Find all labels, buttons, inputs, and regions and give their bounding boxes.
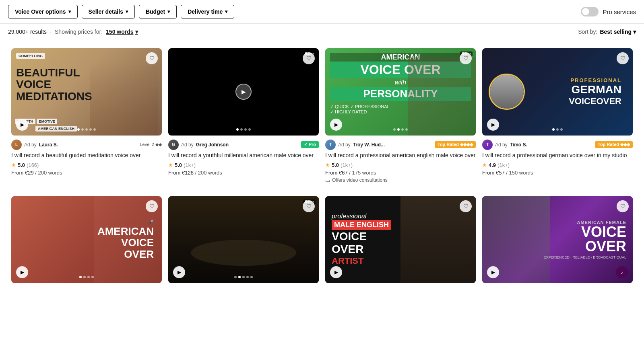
ad-by-label: Ad by (181, 142, 194, 148)
budget-filter[interactable]: Budget ▾ (139, 5, 177, 18)
avatar: G (168, 140, 179, 150)
rating-value: 4.9 (489, 162, 496, 168)
video-consultation: ▭ Offers video consultations (325, 177, 476, 183)
filter-bar: Voice Over options ▾ Seller details ▾ Bu… (0, 0, 644, 24)
card-thumbnail[interactable]: ▶ ♡ fiverr (168, 48, 319, 136)
card-price: From €29 / 200 words (11, 170, 162, 176)
favorite-button[interactable]: ♡ (460, 200, 472, 212)
favorite-button[interactable]: ♡ (303, 200, 315, 212)
list-item: ▶ ♡ fiverr G Ad by Greg Johnson ✓ Pro I … (165, 48, 322, 183)
card-meta: T Ad by Troy W. Hud... Top Rated ◆◆◆◆ (325, 140, 476, 150)
list-item: AMERICAN FEMALE VOICE OVER EXPERIENCED ·… (479, 196, 636, 288)
chevron-down-icon: ▾ (126, 9, 128, 14)
top-rated-badge: Top Rated ◆◆◆ (595, 141, 633, 148)
list-item: fiverr ▶ ♡ (165, 196, 322, 288)
cards-grid: COMPELLING BEAUTIFULVOICEMEDITATIONS SMO… (0, 40, 644, 287)
card-rating: ★ 5.0 (1k+) (325, 162, 476, 168)
review-count: (1k+) (341, 162, 353, 168)
delivery-time-filter[interactable]: Delivery time ▾ (181, 5, 234, 18)
star-icon: ★ (168, 162, 173, 168)
star-icon: ★ (482, 162, 487, 168)
carousel-dots (234, 276, 253, 278)
chevron-down-icon: ▾ (135, 29, 138, 35)
price-unit: / 150 words (506, 170, 533, 176)
price-amount: From €128 (168, 170, 194, 176)
list-item: COMPELLING BEAUTIFULVOICEMEDITATIONS SMO… (8, 48, 165, 183)
sort-value: Best selling (600, 29, 632, 35)
favorite-button[interactable]: ♡ (146, 52, 158, 64)
pro-badge: ✓ Pro (301, 141, 319, 148)
price-unit: / 200 words (35, 170, 62, 176)
price-amount: From €29 (11, 170, 34, 176)
rating-value: 5.0 (18, 162, 25, 168)
review-count: (1k+) (184, 162, 196, 168)
favorite-button[interactable]: ♡ (617, 200, 629, 212)
seller-name[interactable]: Laura S. (39, 142, 58, 148)
favorite-button[interactable]: ♡ (460, 52, 472, 64)
card-thumbnail[interactable]: AMERICAN FEMALE VOICE OVER EXPERIENCED ·… (482, 196, 633, 283)
seller-name[interactable]: Greg Johnson (196, 142, 229, 148)
seller-name[interactable]: Timo S. (510, 142, 527, 148)
card-thumbnail[interactable]: AMERICAN VOICE OVER with PERSONALITY ✓ Q… (325, 48, 476, 136)
voice-over-label: Voice Over options (15, 8, 66, 15)
list-item: 🎤 AMERICANVOICEOVER ▶ ♡ (8, 196, 165, 288)
seller-details-filter[interactable]: Seller details ▾ (82, 5, 135, 18)
price-unit: / 200 words (195, 170, 222, 176)
price-words-value: 150 words (106, 29, 133, 35)
card-thumbnail[interactable]: 🎤 AMERICANVOICEOVER ▶ ♡ (11, 196, 162, 283)
seller-name[interactable]: Troy W. Hud... (353, 142, 385, 148)
rating-value: 5.0 (175, 162, 182, 168)
card-thumbnail[interactable]: COMPELLING BEAUTIFULVOICEMEDITATIONS SMO… (11, 48, 162, 136)
sort-area: Sort by: Best selling ▾ (578, 29, 636, 35)
play-button[interactable]: ▶ (16, 119, 28, 131)
carousel-dots (79, 276, 94, 278)
favorite-button[interactable]: ♡ (303, 52, 315, 64)
ad-by-label: Ad by (495, 142, 508, 148)
carousel-dots (77, 128, 96, 131)
carousel-dots (393, 128, 408, 131)
chevron-down-icon: ▾ (167, 9, 170, 14)
list-item: professional MALE ENGLISH VOICEOVER ARTI… (322, 196, 479, 288)
results-count: 29,000+ results (8, 29, 47, 35)
card-price: From €67 / 175 words (325, 170, 476, 176)
card-thumbnail[interactable]: professional MALE ENGLISH VOICEOVER ARTI… (325, 196, 476, 283)
card-title[interactable]: I will record a youthful millennial amer… (168, 152, 319, 160)
card-rating: ★ 5.0 (1k+) (168, 162, 319, 168)
play-button[interactable]: ▶ (487, 119, 499, 131)
card-title[interactable]: I will record a professional german voic… (482, 152, 633, 160)
review-count: (166) (27, 162, 39, 168)
sort-label: Sort by: (578, 29, 597, 35)
seller-details-label: Seller details (89, 8, 123, 15)
avatar: L (11, 140, 22, 150)
card-title[interactable]: I will record a beautiful guided meditat… (11, 152, 162, 160)
card-thumbnail[interactable]: fiverr ▶ ♡ (168, 196, 319, 283)
list-item: AMERICAN VOICE OVER with PERSONALITY ✓ Q… (322, 48, 479, 183)
ad-by-label: Ad by (24, 142, 37, 148)
results-bar: 29,000+ results · Showing prices for: 15… (0, 24, 644, 40)
sort-selector[interactable]: Best selling ▾ (600, 29, 636, 35)
showing-label: Showing prices for: (55, 29, 103, 35)
price-amount: From €57 (482, 170, 505, 176)
chevron-down-icon: ▾ (225, 9, 227, 14)
card-thumbnail[interactable]: PROFESSIONAL GERMAN VOICEOVER ▶ ♡ (482, 48, 633, 136)
top-rated-badge: Top Rated ◆◆◆◆ (435, 141, 476, 148)
carousel-dots (552, 128, 563, 131)
delivery-time-label: Delivery time (188, 8, 223, 15)
play-button[interactable]: ▶ (330, 119, 342, 131)
favorite-button[interactable]: ♡ (146, 200, 158, 212)
avatar: T (482, 140, 493, 150)
pro-toggle-area: Pro services (581, 7, 636, 16)
avatar: T (325, 140, 336, 150)
price-unit: / 175 words (349, 170, 376, 176)
pro-services-toggle[interactable] (581, 7, 599, 16)
ad-by-label: Ad by (338, 142, 351, 148)
star-icon: ★ (11, 162, 16, 168)
favorite-button[interactable]: ♡ (617, 52, 629, 64)
card-title[interactable]: I will record a professional american en… (325, 152, 476, 160)
card-meta: G Ad by Greg Johnson ✓ Pro (168, 140, 319, 150)
voice-over-options-filter[interactable]: Voice Over options ▾ (8, 5, 78, 18)
star-icon: ★ (325, 162, 330, 168)
price-words-selector[interactable]: 150 words ▾ (106, 29, 138, 35)
price-amount: From €67 (325, 170, 348, 176)
play-button-center[interactable]: ▶ (235, 84, 252, 100)
